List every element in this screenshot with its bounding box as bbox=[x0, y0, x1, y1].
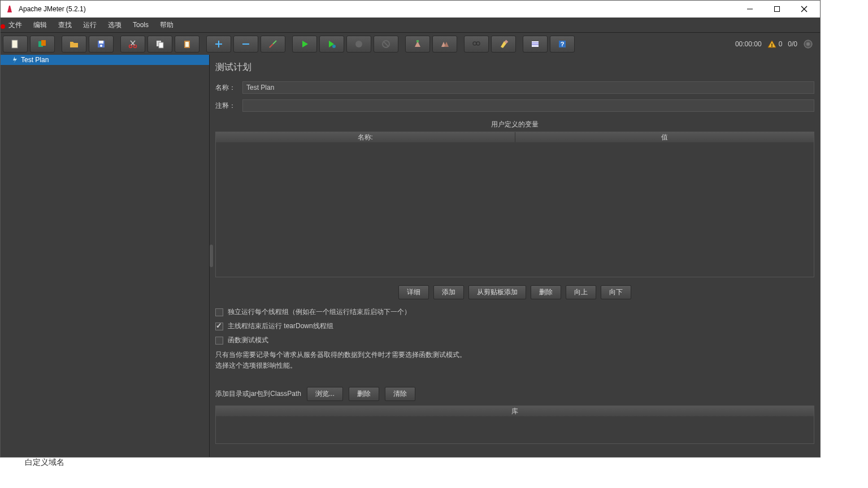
menu-search[interactable]: 查找 bbox=[53, 18, 77, 32]
new-button[interactable] bbox=[3, 36, 28, 53]
col-value[interactable]: 值 bbox=[515, 132, 814, 142]
functional-mode-label: 函数测试模式 bbox=[228, 336, 268, 345]
tree-panel[interactable]: Test Plan bbox=[1, 55, 210, 457]
up-button[interactable]: 向上 bbox=[566, 285, 596, 299]
vars-section-header: 用户定义的变量 bbox=[215, 120, 814, 129]
svg-point-28 bbox=[473, 42, 476, 45]
vars-table-body[interactable] bbox=[216, 142, 814, 277]
window-title: Apache JMeter (5.2.1) bbox=[19, 5, 742, 13]
toolbar: ? 00:00:00 ! 0 0/0 bbox=[1, 32, 820, 55]
clear-button[interactable] bbox=[405, 36, 430, 53]
svg-point-29 bbox=[476, 42, 480, 45]
delete-button[interactable]: 删除 bbox=[531, 285, 561, 299]
splitter-handle[interactable] bbox=[210, 55, 213, 457]
svg-text:!: ! bbox=[771, 42, 772, 47]
close-button[interactable] bbox=[796, 3, 812, 15]
svg-text:?: ? bbox=[561, 41, 565, 47]
collapse-button[interactable] bbox=[233, 36, 258, 53]
help-button[interactable]: ? bbox=[550, 36, 575, 53]
menu-tools[interactable]: Tools bbox=[127, 19, 154, 31]
templates-button[interactable] bbox=[30, 36, 55, 53]
minimize-button[interactable] bbox=[742, 3, 758, 15]
menu-edit[interactable]: 编辑 bbox=[28, 18, 53, 32]
svg-rect-1 bbox=[775, 7, 780, 12]
start-button[interactable] bbox=[292, 36, 317, 53]
name-input[interactable] bbox=[242, 81, 814, 94]
function-helper-button[interactable] bbox=[523, 36, 548, 53]
lib-table-body[interactable] bbox=[216, 416, 814, 443]
down-button[interactable]: 向下 bbox=[601, 285, 631, 299]
svg-point-9 bbox=[100, 45, 102, 47]
col-library[interactable]: 库 bbox=[216, 406, 814, 416]
info-line-2: 选择这个选项很影响性能。 bbox=[215, 360, 814, 371]
classpath-label: 添加目录或jar包到ClassPath bbox=[215, 389, 301, 399]
info-line-1: 只有当你需要记录每个请求从服务器取得的数据到文件时才需要选择函数测试模式。 bbox=[215, 350, 814, 360]
svg-line-22 bbox=[270, 44, 273, 47]
paste-button[interactable] bbox=[175, 36, 199, 53]
jmeter-logo-icon bbox=[5, 5, 14, 14]
browse-button[interactable]: 浏览... bbox=[307, 387, 343, 401]
toggle-button[interactable] bbox=[261, 36, 285, 53]
maximize-button[interactable] bbox=[769, 3, 785, 15]
vars-table[interactable]: 名称: 值 bbox=[215, 132, 814, 277]
shutdown-button[interactable] bbox=[374, 36, 398, 53]
svg-rect-8 bbox=[99, 41, 103, 43]
lib-table[interactable]: 库 bbox=[215, 406, 814, 444]
warning-icon: ! bbox=[767, 40, 776, 49]
svg-line-13 bbox=[131, 41, 134, 45]
svg-point-39 bbox=[806, 42, 810, 46]
svg-rect-6 bbox=[41, 40, 46, 46]
warning-count: 0 bbox=[779, 40, 783, 48]
teardown-label: 主线程结束后运行 tearDown线程组 bbox=[228, 321, 333, 331]
svg-rect-27 bbox=[416, 40, 419, 42]
cropped-background: 白定义域名 bbox=[0, 457, 821, 488]
elapsed-time: 00:00:00 bbox=[735, 40, 762, 48]
main-panel: 测试计划 名称： 注释： 用户定义的变量 名称: 值 详细 添加 从剪贴板 bbox=[210, 55, 820, 457]
teardown-checkbox[interactable] bbox=[215, 323, 223, 330]
svg-point-23 bbox=[332, 45, 336, 48]
reset-search-button[interactable] bbox=[491, 36, 516, 53]
col-name[interactable]: 名称: bbox=[216, 132, 515, 142]
serial-threadgroups-checkbox[interactable] bbox=[215, 308, 223, 316]
svg-rect-15 bbox=[159, 42, 163, 48]
menu-run[interactable]: 运行 bbox=[77, 18, 102, 32]
menubar: 文件 编辑 查找 运行 选项 Tools 帮助 bbox=[1, 18, 820, 32]
name-label: 名称： bbox=[215, 83, 237, 93]
detail-button[interactable]: 详细 bbox=[398, 285, 429, 299]
search-button[interactable] bbox=[464, 36, 489, 53]
cp-clear-button[interactable]: 清除 bbox=[385, 387, 415, 401]
svg-rect-4 bbox=[12, 40, 18, 48]
save-button[interactable] bbox=[89, 36, 114, 53]
stop-button[interactable] bbox=[346, 36, 371, 53]
add-from-clipboard-button[interactable]: 从剪贴板添加 bbox=[468, 285, 526, 299]
cut-button[interactable] bbox=[120, 36, 145, 53]
test-plan-icon bbox=[11, 56, 19, 64]
functional-mode-checkbox[interactable] bbox=[215, 337, 223, 345]
expand-button[interactable] bbox=[206, 36, 231, 53]
menu-file[interactable]: 文件 bbox=[3, 18, 28, 32]
recording-indicator-icon bbox=[1, 24, 5, 29]
status-indicator-icon bbox=[803, 39, 813, 49]
tree-item-test-plan[interactable]: Test Plan bbox=[1, 55, 209, 65]
start-no-pause-button[interactable] bbox=[319, 36, 344, 53]
serial-threadgroups-label: 独立运行每个线程组（例如在一个组运行结束后启动下一个） bbox=[228, 307, 411, 317]
copy-button[interactable] bbox=[147, 36, 172, 53]
background-text-fragment: 白定义域名 bbox=[25, 457, 64, 468]
svg-line-12 bbox=[131, 41, 135, 45]
svg-rect-32 bbox=[532, 41, 539, 47]
cp-delete-button[interactable]: 删除 bbox=[349, 387, 379, 401]
tree-item-label: Test Plan bbox=[21, 56, 49, 64]
svg-line-26 bbox=[384, 42, 388, 46]
comment-input[interactable] bbox=[242, 99, 814, 112]
svg-rect-17 bbox=[185, 42, 189, 47]
clear-all-button[interactable] bbox=[432, 36, 457, 53]
menu-options[interactable]: 选项 bbox=[102, 18, 127, 32]
thread-counter: 0/0 bbox=[788, 40, 797, 48]
open-button[interactable] bbox=[62, 36, 86, 53]
menu-help[interactable]: 帮助 bbox=[154, 18, 179, 32]
titlebar: Apache JMeter (5.2.1) bbox=[1, 1, 820, 18]
add-button[interactable]: 添加 bbox=[433, 285, 464, 299]
panel-title: 测试计划 bbox=[215, 62, 814, 73]
svg-point-24 bbox=[355, 41, 362, 47]
comment-label: 注释： bbox=[215, 101, 237, 111]
